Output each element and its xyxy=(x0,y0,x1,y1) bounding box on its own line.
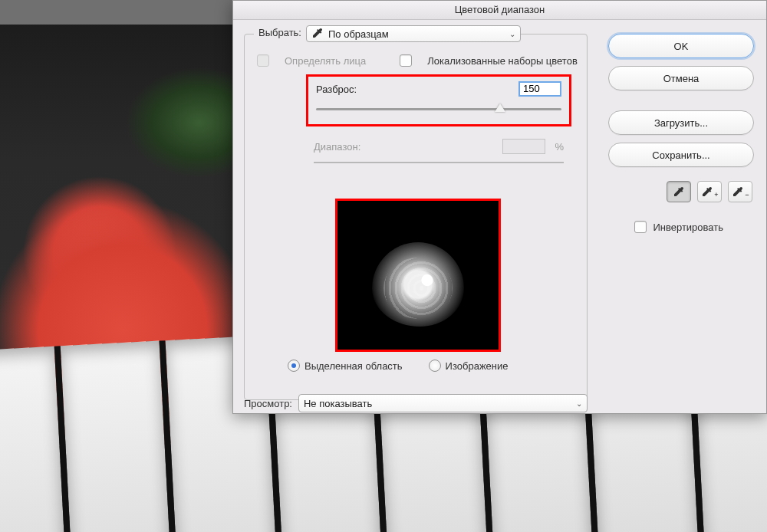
fuzziness-highlight: Разброс: 150 xyxy=(306,74,571,126)
radio-image-label: Изображение xyxy=(446,360,509,372)
fuzziness-slider[interactable] xyxy=(316,104,561,115)
select-mode-dropdown[interactable]: По образцам ⌄ xyxy=(306,25,521,42)
fuzziness-label: Разброс: xyxy=(316,84,357,95)
range-label: Диапазон: xyxy=(314,141,360,153)
invert-checkbox[interactable] xyxy=(634,221,647,233)
localized-clusters-checkbox[interactable] xyxy=(400,54,412,67)
eyedropper-tool[interactable] xyxy=(667,181,691,202)
eyedropper-add-tool[interactable]: + xyxy=(697,181,722,202)
radio-selection-dot xyxy=(288,360,300,372)
range-unit: % xyxy=(555,141,564,153)
ok-button[interactable]: OK xyxy=(608,34,754,58)
dialog-title: Цветовой диапазон xyxy=(233,1,766,20)
radio-selection[interactable]: Выделенная область xyxy=(288,360,403,372)
detect-faces-label: Определять лица xyxy=(285,55,366,67)
range-block: Диапазон: % xyxy=(314,139,564,163)
detect-faces-checkbox xyxy=(257,54,269,67)
select-mode-value: По образцам xyxy=(328,28,389,40)
radio-image-dot xyxy=(429,360,441,372)
select-groupbox: Выбрать: По образцам ⌄ Определять лица Л… xyxy=(244,34,588,400)
preview-mode-value: Не показывать xyxy=(304,398,372,409)
eyedropper-subtract-tool[interactable]: − xyxy=(728,181,752,202)
load-button[interactable]: Загрузить... xyxy=(608,110,754,135)
chevron-down-icon: ⌄ xyxy=(509,30,515,38)
save-button[interactable]: Сохранить... xyxy=(608,143,754,167)
range-slider xyxy=(314,162,564,163)
fuzziness-input[interactable]: 150 xyxy=(518,81,561,97)
slider-thumb[interactable] xyxy=(495,103,505,112)
cancel-button[interactable]: Отмена xyxy=(608,66,754,90)
invert-label: Инвертировать xyxy=(653,222,723,233)
localized-clusters-label: Локализованные наборы цветов xyxy=(427,55,578,67)
preview-label: Просмотр: xyxy=(244,398,292,409)
select-label: Выбрать: xyxy=(254,27,306,38)
range-input xyxy=(502,139,545,154)
chevron-down-icon: ⌄ xyxy=(576,399,582,408)
preview-rose-mask xyxy=(372,242,464,327)
selection-preview xyxy=(335,199,501,352)
radio-image[interactable]: Изображение xyxy=(429,360,509,372)
color-range-dialog: Цветовой диапазон Выбрать: По образцам ⌄… xyxy=(232,0,767,414)
radio-selection-label: Выделенная область xyxy=(304,360,403,372)
eyedropper-icon xyxy=(311,27,324,41)
preview-mode-dropdown[interactable]: Не показывать ⌄ xyxy=(298,394,588,412)
